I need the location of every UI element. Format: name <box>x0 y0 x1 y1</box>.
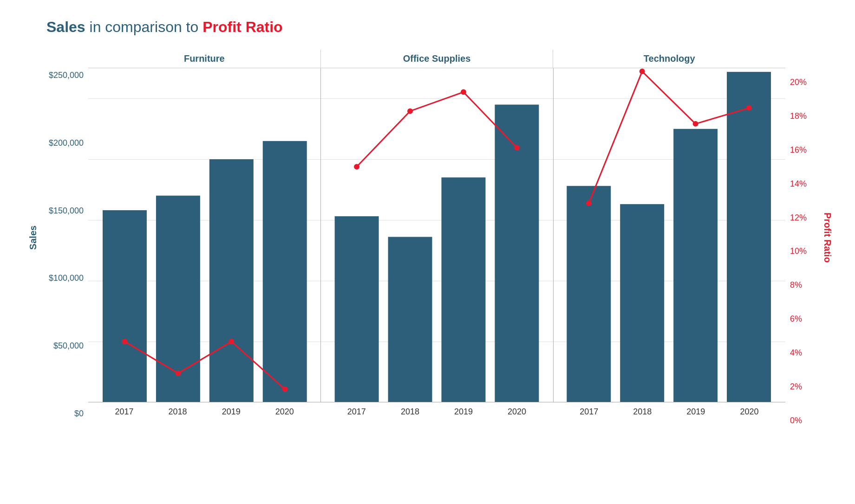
y-tick-200k: $200,000 <box>49 138 84 148</box>
y-tick-10pct: 10% <box>790 246 807 256</box>
svg-rect-6 <box>441 177 485 402</box>
svg-point-22 <box>354 164 359 169</box>
x-label-tech-2017: 2017 <box>569 402 609 426</box>
title-middle: in comparison to <box>90 19 203 35</box>
y-tick-18pct: 18% <box>790 111 807 121</box>
x-labels-tech: 2017 2018 2019 2020 <box>553 402 785 426</box>
x-axis-labels: 2017 2018 2019 2020 2017 2018 2019 2020 … <box>88 402 785 426</box>
y-axis-right: 20% 18% 16% 14% 12% 10% 8% 6% 4% 2% 0% <box>785 78 827 426</box>
svg-point-29 <box>586 200 592 206</box>
svg-rect-4 <box>335 216 379 402</box>
y-tick-6pct: 6% <box>790 314 802 324</box>
cat-header-tech: Technology <box>553 50 785 68</box>
svg-point-18 <box>282 387 287 392</box>
y-tick-0: $0 <box>74 409 84 419</box>
svg-point-24 <box>461 89 466 95</box>
y-axis-right-wrapper: Profit Ratio 20% 18% 16% 14% 12% 10% 8% … <box>785 64 827 412</box>
svg-rect-3 <box>263 141 307 402</box>
y-tick-0pct: 0% <box>790 416 802 426</box>
y-tick-100k: $100,000 <box>49 273 84 283</box>
svg-point-25 <box>514 145 520 150</box>
svg-rect-11 <box>727 72 771 402</box>
y-tick-12pct: 12% <box>790 213 807 223</box>
x-label-furniture-2019: 2019 <box>211 402 251 426</box>
y-axis-left-wrapper: Sales $250,000 $200,000 $150,000 $100,00… <box>46 64 88 412</box>
svg-rect-0 <box>103 210 147 402</box>
svg-rect-10 <box>673 129 718 402</box>
x-label-tech-2018: 2018 <box>623 402 662 426</box>
y-tick-50k: $50,000 <box>53 341 84 351</box>
x-label-furniture-2020: 2020 <box>265 402 304 426</box>
cat-header-furniture: Furniture <box>88 50 321 68</box>
svg-point-23 <box>407 108 413 114</box>
y-tick-150k: $150,000 <box>49 206 84 216</box>
title-profit: Profit Ratio <box>202 19 282 35</box>
chart-title: Sales in comparison to Profit Ratio <box>46 19 827 36</box>
x-label-office-2019: 2019 <box>444 402 483 426</box>
y-axis-right-label: Profit Ratio <box>823 213 833 263</box>
x-label-tech-2020: 2020 <box>730 402 769 426</box>
svg-rect-8 <box>567 186 611 402</box>
chart-svg <box>88 68 785 402</box>
bars-area <box>88 68 785 402</box>
svg-point-16 <box>175 370 181 376</box>
svg-line-26 <box>589 71 642 203</box>
svg-line-20 <box>410 92 463 111</box>
svg-rect-2 <box>209 159 254 402</box>
y-tick-250k: $250,000 <box>49 71 84 80</box>
x-label-office-2017: 2017 <box>337 402 376 426</box>
svg-point-30 <box>640 69 645 74</box>
cat-header-office: Office Supplies <box>321 50 554 68</box>
svg-rect-9 <box>620 204 664 402</box>
y-tick-16pct: 16% <box>790 145 807 155</box>
svg-line-19 <box>357 111 410 167</box>
category-headers: Furniture Office Supplies Technology <box>88 50 785 68</box>
y-axis-left-label: Sales <box>28 226 38 250</box>
svg-line-27 <box>642 71 696 124</box>
x-label-tech-2019: 2019 <box>676 402 716 426</box>
x-labels-furniture: 2017 2018 2019 2020 <box>88 402 320 426</box>
main-chart: Furniture Office Supplies Technology <box>88 50 785 444</box>
y-tick-4pct: 4% <box>790 348 802 358</box>
svg-point-31 <box>693 121 698 127</box>
y-tick-8pct: 8% <box>790 280 802 290</box>
x-label-office-2018: 2018 <box>390 402 430 426</box>
title-sales: Sales <box>46 19 85 35</box>
y-tick-2pct: 2% <box>790 382 802 392</box>
svg-rect-5 <box>388 237 432 402</box>
chart-area: Sales $250,000 $200,000 $150,000 $100,00… <box>46 50 827 444</box>
svg-point-15 <box>122 339 127 344</box>
y-tick-20pct: 20% <box>790 78 807 87</box>
svg-point-32 <box>746 105 752 111</box>
y-axis-left: $250,000 $200,000 $150,000 $100,000 $50,… <box>46 71 88 419</box>
x-labels-office: 2017 2018 2019 2020 <box>320 402 553 426</box>
x-label-furniture-2018: 2018 <box>158 402 197 426</box>
y-tick-14pct: 14% <box>790 179 807 189</box>
svg-point-17 <box>228 339 234 344</box>
chart-container: Sales in comparison to Profit Ratio Sale… <box>0 0 855 504</box>
x-label-office-2020: 2020 <box>497 402 537 426</box>
x-label-furniture-2017: 2017 <box>104 402 144 426</box>
